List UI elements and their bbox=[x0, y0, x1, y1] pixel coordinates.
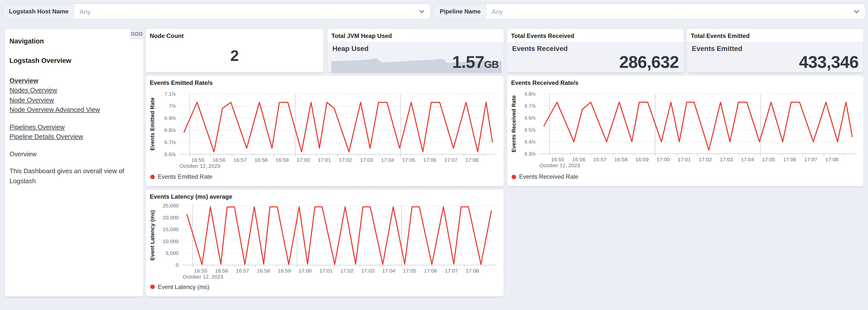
svg-text:4.4/s: 4.4/s bbox=[524, 139, 535, 145]
svg-text:16:56: 16:56 bbox=[572, 156, 586, 162]
svg-text:Events Received Rate: Events Received Rate bbox=[510, 95, 517, 153]
nav-heading: Navigation bbox=[9, 36, 138, 46]
panel-title: Node Count bbox=[150, 32, 184, 39]
svg-text:16:57: 16:57 bbox=[236, 268, 249, 274]
svg-text:4.3/s: 4.3/s bbox=[524, 151, 535, 156]
legend-label: Events Emitted Rate bbox=[158, 173, 212, 180]
svg-text:17:05: 17:05 bbox=[402, 157, 415, 163]
svg-text:17:02: 17:02 bbox=[339, 157, 352, 163]
svg-text:16:59: 16:59 bbox=[278, 268, 291, 274]
panel-title: Total JVM Heap Used bbox=[332, 32, 392, 39]
svg-text:17:07: 17:07 bbox=[804, 156, 817, 162]
legend-dot-icon bbox=[150, 284, 155, 289]
svg-text:6.7/s: 6.7/s bbox=[164, 139, 176, 145]
svg-text:16:57: 16:57 bbox=[234, 157, 247, 163]
nav-section-title: Overview bbox=[9, 149, 138, 159]
svg-text:17:05: 17:05 bbox=[762, 156, 775, 162]
nav-links-secondary: Pipelines Overview Pipeline Details Over… bbox=[9, 122, 138, 142]
node-count-value: 2 bbox=[146, 40, 323, 72]
legend-dot-icon bbox=[512, 175, 516, 179]
svg-text:15,000: 15,000 bbox=[163, 226, 179, 232]
svg-text:17:06: 17:06 bbox=[783, 156, 796, 162]
nav-link-overview[interactable]: Overview bbox=[9, 75, 138, 85]
svg-text:16:56: 16:56 bbox=[215, 268, 228, 274]
metric-value: 286,632 bbox=[619, 53, 679, 72]
svg-text:25,000: 25,000 bbox=[163, 203, 179, 209]
svg-text:17:02: 17:02 bbox=[340, 268, 354, 274]
svg-text:7.1/s: 7.1/s bbox=[164, 91, 176, 97]
svg-text:17:08: 17:08 bbox=[466, 268, 479, 274]
svg-text:16:58: 16:58 bbox=[254, 157, 268, 163]
events-received-metric: Events Received 286,632 bbox=[507, 42, 684, 72]
svg-text:17:06: 17:06 bbox=[424, 268, 437, 274]
legend-label: Events Received Rate bbox=[519, 173, 578, 180]
svg-text:17:03: 17:03 bbox=[361, 268, 375, 274]
logstash-overview-dashboard: Logstash Host Name Any Pipeline Name Any… bbox=[0, 0, 868, 310]
legend-events-received-rate[interactable]: Events Received Rate bbox=[512, 173, 578, 180]
nav-link-pipeline-details-overview[interactable]: Pipeline Details Overview bbox=[9, 132, 138, 142]
svg-text:17:01: 17:01 bbox=[678, 156, 691, 162]
logstash-host-name-filter[interactable]: Logstash Host Name Any bbox=[2, 3, 431, 20]
svg-text:6.6/s: 6.6/s bbox=[164, 151, 176, 157]
legend-dot-icon bbox=[150, 175, 155, 179]
filter-label: Pipeline Name bbox=[434, 4, 487, 19]
events-received-panel: Total Events Received Events Received 28… bbox=[507, 29, 684, 72]
filter-value: Any bbox=[487, 8, 853, 15]
svg-text:Events Emitted Rate: Events Emitted Rate bbox=[149, 98, 155, 151]
svg-text:17:01: 17:01 bbox=[318, 157, 331, 163]
legend-label: Event Latency (ms) bbox=[158, 283, 209, 290]
filter-value: Any bbox=[74, 8, 418, 15]
filter-label: Logstash Host Name bbox=[3, 4, 74, 19]
svg-text:17:08: 17:08 bbox=[465, 157, 479, 163]
events-emitted-metric: Events Emitted 433,346 bbox=[687, 42, 864, 72]
svg-text:17:00: 17:00 bbox=[299, 268, 312, 274]
svg-text:16:56: 16:56 bbox=[212, 157, 226, 163]
svg-text:16:58: 16:58 bbox=[257, 268, 270, 274]
metric-label: Heap Used bbox=[333, 44, 369, 52]
svg-text:5,000: 5,000 bbox=[165, 250, 179, 256]
svg-text:17:08: 17:08 bbox=[825, 156, 839, 162]
pipeline-name-filter[interactable]: Pipeline Name Any bbox=[433, 3, 866, 20]
svg-text:17:07: 17:07 bbox=[444, 157, 458, 163]
svg-text:17:07: 17:07 bbox=[445, 268, 458, 274]
events-emitted-panel: Total Events Emitted Events Emitted 433,… bbox=[687, 29, 864, 72]
legend-event-latency[interactable]: Event Latency (ms) bbox=[150, 283, 209, 290]
nav-link-nodes-overview[interactable]: Nodes Overview bbox=[9, 85, 138, 95]
svg-text:17:04: 17:04 bbox=[382, 268, 395, 274]
nav-link-pipelines-overview[interactable]: Pipelines Overview bbox=[9, 122, 138, 132]
svg-text:17:05: 17:05 bbox=[403, 268, 416, 274]
svg-text:16:59: 16:59 bbox=[276, 157, 289, 163]
metric-label: Events Emitted bbox=[692, 44, 742, 52]
events-received-rate-panel: Events Received Rate/s 4.8/s4.7/s4.6/s4.… bbox=[507, 76, 864, 186]
svg-text:17:06: 17:06 bbox=[423, 157, 436, 163]
panel-title: Total Events Emitted bbox=[691, 32, 750, 39]
svg-text:4.6/s: 4.6/s bbox=[524, 115, 535, 121]
svg-text:6.9/s: 6.9/s bbox=[164, 115, 176, 121]
metric-value: 1.57GB bbox=[452, 53, 499, 72]
svg-text:0: 0 bbox=[176, 262, 179, 268]
svg-text:4.5/s: 4.5/s bbox=[524, 127, 535, 132]
svg-text:16:58: 16:58 bbox=[614, 156, 628, 162]
panel-title: Events Emitted Rate/s bbox=[150, 80, 213, 86]
panel-options-button[interactable] bbox=[130, 29, 143, 39]
legend-events-emitted-rate[interactable]: Events Emitted Rate bbox=[150, 173, 212, 180]
panel-title: Total Events Received bbox=[511, 32, 574, 39]
events-latency-chart: 25,00020,00015,00010,0005,000016:5516:56… bbox=[146, 190, 504, 296]
panel-title: Events Latency (ms) average bbox=[150, 193, 232, 200]
svg-text:16:55: 16:55 bbox=[191, 157, 205, 163]
nav-link-node-overview-advanced[interactable]: Node Overview Advanced View bbox=[9, 105, 138, 115]
svg-text:17:03: 17:03 bbox=[360, 157, 373, 163]
svg-text:7/s: 7/s bbox=[169, 103, 176, 108]
svg-text:October 12, 2023: October 12, 2023 bbox=[539, 162, 580, 168]
nav-link-node-overview[interactable]: Node Overview bbox=[9, 95, 138, 105]
svg-text:October 12, 2023: October 12, 2023 bbox=[183, 274, 223, 280]
svg-text:17:02: 17:02 bbox=[699, 156, 712, 162]
events-emitted-rate-panel: Events Emitted Rate/s 7.1/s7/s6.9/s6.8/s… bbox=[146, 76, 504, 186]
heap-used-metric: Heap Used 1.57GB bbox=[328, 42, 504, 72]
svg-text:17:01: 17:01 bbox=[319, 268, 333, 274]
svg-text:10,000: 10,000 bbox=[163, 238, 179, 244]
chevron-down-icon bbox=[418, 8, 430, 15]
svg-text:17:04: 17:04 bbox=[741, 156, 754, 162]
svg-text:October 12, 2023: October 12, 2023 bbox=[180, 163, 220, 169]
svg-text:16:55: 16:55 bbox=[194, 268, 207, 274]
